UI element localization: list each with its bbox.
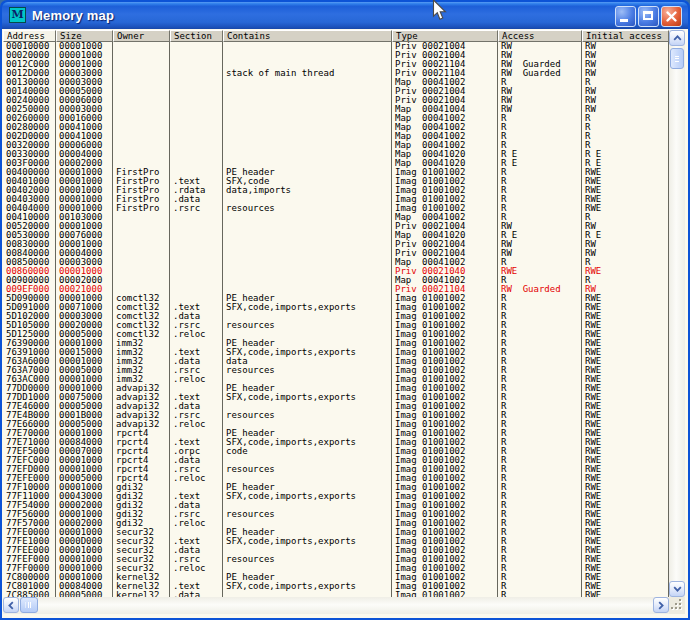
close-button[interactable]	[661, 6, 682, 27]
table-row[interactable]: 003F000000002000Map 00041020R ER E	[3, 159, 669, 168]
cell-type: Imag 01001002	[392, 321, 498, 330]
table-row[interactable]: 0012C00000001000Priv 00021104RW GuardedR…	[3, 60, 669, 69]
cell-initial_access: R	[582, 132, 669, 141]
table-row[interactable]: 7639000000001000imm32PE headerImag 01001…	[3, 339, 669, 348]
minimize-button[interactable]	[615, 6, 636, 27]
column-header-size[interactable]: Size	[56, 30, 113, 42]
table-row[interactable]: 5D10500000020000comctl32.rsrcresourcesIm…	[3, 321, 669, 330]
table-row[interactable]: 77F5700000002000gdi32.relocImag 01001002…	[3, 519, 669, 528]
table-row[interactable]: 009EF00000021000Priv 00021104RW GuardedR…	[3, 285, 669, 294]
horizontal-scroll-thumb[interactable]	[20, 597, 38, 613]
table-row[interactable]: 0002000000001000Priv 00021004RWRW	[3, 51, 669, 60]
column-header-section[interactable]: Section	[170, 30, 223, 42]
table-row[interactable]: 7C80100000084000kernel32.textSFX,code,im…	[3, 582, 669, 591]
table-row[interactable]: 0085000000003000Map 00041002RR	[3, 258, 669, 267]
table-row[interactable]: 77EFD00000001000rpcrt4.rsrcresourcesImag…	[3, 465, 669, 474]
table-row[interactable]: 77DD100000075000advapi32.textSFX,code,im…	[3, 393, 669, 402]
cell-owner: secur32	[113, 555, 170, 564]
table-row[interactable]: 77DD000000001000advapi32PE headerImag 01…	[3, 384, 669, 393]
scroll-right-button[interactable]	[653, 597, 669, 613]
table-row[interactable]: 763A700000005000imm32.rsrcresourcesImag …	[3, 366, 669, 375]
table-row[interactable]: 77EF500000007000rpcrt4.orpccodeImag 0100…	[3, 447, 669, 456]
table-row[interactable]: 5D12500000005000comctl32.relocImag 01001…	[3, 330, 669, 339]
table-row[interactable]: 77E7000000001000rpcrt4PE headerImag 0100…	[3, 429, 669, 438]
table-row[interactable]: 0040100000001000FirstPro.textSFX,codeIma…	[3, 177, 669, 186]
table-row[interactable]: 77FEE00000001000secur32.dataImag 0100100…	[3, 546, 669, 555]
table-row[interactable]: 0012D00000003000stack of main threadPriv…	[3, 69, 669, 78]
table-row[interactable]: 0001000000001000Priv 00021004RWRW	[3, 42, 669, 51]
table-row[interactable]: 77E4600000005000advapi32.dataImag 010010…	[3, 402, 669, 411]
app-icon[interactable]: M	[9, 7, 26, 23]
table-row[interactable]: 77F1100000043000gdi32.textSFX,code,impor…	[3, 492, 669, 501]
table-row[interactable]: 0084000000004000Priv 00021004RWRW	[3, 249, 669, 258]
column-header-contains[interactable]: Contains	[223, 30, 392, 42]
table-row[interactable]: 0090000000002000Map 00041002RR	[3, 276, 669, 285]
cell-size: 00001000	[56, 429, 113, 438]
cell-section: .data	[170, 357, 223, 366]
column-header-address[interactable]: Address	[3, 30, 56, 42]
table-row[interactable]: 0052000000001000Priv 00021004RWRW	[3, 222, 669, 231]
maximize-button[interactable]	[638, 6, 659, 27]
table-row[interactable]: 7639100000015000imm32.textSFX,code,impor…	[3, 348, 669, 357]
column-header-access[interactable]: Access	[498, 30, 582, 42]
table-row[interactable]: 0032000000006000Map 00041002RR	[3, 141, 669, 150]
table-row[interactable]: 5D09100000071000comctl32.textSFX,code,im…	[3, 303, 669, 312]
table-row[interactable]: 77EFC00000001000rpcrt4.dataImag 01001002…	[3, 456, 669, 465]
table-row[interactable]: 0025000000003000Map 00041004RWRW	[3, 105, 669, 114]
column-header-owner[interactable]: Owner	[113, 30, 170, 42]
table-row[interactable]: 0026000000016000Map 00041002RR	[3, 114, 669, 123]
table-row[interactable]: 763AC00000001000imm32.relocImag 01001002…	[3, 375, 669, 384]
title-bar[interactable]: M Memory map	[2, 2, 688, 29]
horizontal-scrollbar[interactable]	[3, 597, 669, 614]
table-row[interactable]: 7C80000000001000kernel32PE headerImag 01…	[3, 573, 669, 582]
cell-section: .rsrc	[170, 510, 223, 519]
table-row[interactable]: 0040200000001000FirstPro.rdatadata,impor…	[3, 186, 669, 195]
table-row[interactable]: 0086000000001000Priv 00021040RWERWE	[3, 267, 669, 276]
table-row[interactable]: 0024000000006000Priv 00021004RWRW	[3, 96, 669, 105]
table-row[interactable]: 77E6600000005000advapi32.relocImag 01001…	[3, 420, 669, 429]
column-header-type[interactable]: Type	[392, 30, 498, 42]
column-header-initial_access[interactable]: Initial access	[582, 30, 669, 42]
table-row[interactable]: 5D09000000001000comctl32PE headerImag 01…	[3, 294, 669, 303]
resize-grip[interactable]	[669, 597, 685, 614]
table-row[interactable]: 77FEF00000001000secur32.rsrcresourcesIma…	[3, 555, 669, 564]
table-row[interactable]: 5D10200000003000comctl32.dataImag 010010…	[3, 312, 669, 321]
cell-initial_access: RWE	[582, 294, 669, 303]
cell-contains: SFX,code,imports,exports	[223, 393, 392, 402]
scroll-down-button[interactable]	[669, 581, 685, 597]
table-row[interactable]: 77FE10000000D000secur32.textSFX,code,imp…	[3, 537, 669, 546]
vertical-scroll-thumb[interactable]	[670, 48, 684, 69]
table-row[interactable]: 77E7100000084000rpcrt4.textSFX,code,impo…	[3, 438, 669, 447]
table-row[interactable]: 0013000000003000Map 00041002RR	[3, 78, 669, 87]
cell-contains	[223, 42, 392, 51]
table-row[interactable]: 0040400000001000FirstPro.rsrcresourcesIm…	[3, 204, 669, 213]
table-row[interactable]: 0040300000001000FirstPro.dataImag 010010…	[3, 195, 669, 204]
cell-owner: FirstPro	[113, 195, 170, 204]
table-row[interactable]: 763A600000001000imm32.datadataImag 01001…	[3, 357, 669, 366]
vertical-scrollbar[interactable]	[669, 30, 685, 597]
table-row[interactable]: 77EFE00000005000rpcrt4.relocImag 0100100…	[3, 474, 669, 483]
scroll-up-button[interactable]	[669, 30, 685, 46]
cell-owner	[113, 267, 170, 276]
table-row[interactable]: 77E4B0000001B000advapi32.rsrcresourcesIm…	[3, 411, 669, 420]
cell-section	[170, 51, 223, 60]
cell-contains	[223, 276, 392, 285]
cell-access: R E	[498, 150, 582, 159]
table-row[interactable]: 0033000000004000Map 00041020R ER E	[3, 150, 669, 159]
table-row[interactable]: 0028000000041000Map 00041002RR	[3, 123, 669, 132]
table-row[interactable]: 0040000000001000FirstProPE headerImag 01…	[3, 168, 669, 177]
cell-size: 00041000	[56, 123, 113, 132]
table-row[interactable]: 77F5600000001000gdi32.rsrcresourcesImag …	[3, 510, 669, 519]
table-row[interactable]: 002D000000041000Map 00041002RR	[3, 132, 669, 141]
table-row[interactable]: 0083000000001000Priv 00021004RWRW	[3, 240, 669, 249]
table-row[interactable]: 77F1000000001000gdi32PE headerImag 01001…	[3, 483, 669, 492]
table-row[interactable]: 77FF000000001000secur32.relocImag 010010…	[3, 564, 669, 573]
table-row[interactable]: 0014000000005000Priv 00021004RWRW	[3, 87, 669, 96]
table-row[interactable]: 0053000000076000Map 00041020R ER E	[3, 231, 669, 240]
scroll-left-button[interactable]	[3, 597, 19, 613]
table-row[interactable]: 77F5400000002000gdi32.dataImag 01001002R…	[3, 501, 669, 510]
table-row[interactable]: 77FE000000001000secur32PE headerImag 010…	[3, 528, 669, 537]
table-row[interactable]: 0041000000103000Map 00041002RR	[3, 213, 669, 222]
cell-contains	[223, 132, 392, 141]
cell-section	[170, 258, 223, 267]
